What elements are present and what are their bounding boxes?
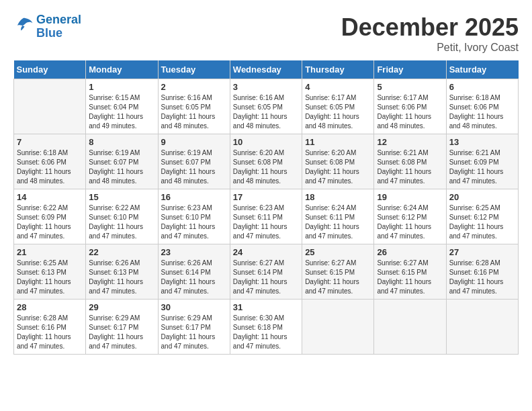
- calendar-cell: 22Sunrise: 6:26 AM Sunset: 6:13 PM Dayli…: [86, 244, 158, 300]
- day-number: 11: [305, 137, 371, 147]
- column-header-sunday: Sunday: [14, 60, 86, 79]
- day-number: 18: [305, 192, 371, 202]
- calendar-cell: 15Sunrise: 6:22 AM Sunset: 6:10 PM Dayli…: [86, 189, 158, 244]
- calendar-cell: [374, 300, 446, 355]
- column-header-friday: Friday: [374, 60, 446, 79]
- day-info: Sunrise: 6:18 AM Sunset: 6:06 PM Dayligh…: [449, 93, 515, 131]
- day-info: Sunrise: 6:20 AM Sunset: 6:08 PM Dayligh…: [233, 148, 299, 186]
- calendar-cell: 29Sunrise: 6:29 AM Sunset: 6:17 PM Dayli…: [86, 300, 158, 355]
- day-number: 5: [377, 82, 443, 92]
- day-info: Sunrise: 6:22 AM Sunset: 6:10 PM Dayligh…: [89, 203, 154, 241]
- day-info: Sunrise: 6:16 AM Sunset: 6:05 PM Dayligh…: [233, 93, 299, 131]
- day-info: Sunrise: 6:29 AM Sunset: 6:17 PM Dayligh…: [161, 314, 227, 351]
- calendar-cell: 5Sunrise: 6:17 AM Sunset: 6:06 PM Daylig…: [374, 79, 446, 134]
- calendar-cell: 24Sunrise: 6:27 AM Sunset: 6:14 PM Dayli…: [230, 244, 302, 300]
- week-row-1: 1Sunrise: 6:15 AM Sunset: 6:04 PM Daylig…: [14, 79, 519, 134]
- day-number: 15: [89, 192, 154, 202]
- day-number: 24: [233, 247, 299, 257]
- calendar-cell: 27Sunrise: 6:28 AM Sunset: 6:16 PM Dayli…: [446, 244, 518, 300]
- day-info: Sunrise: 6:22 AM Sunset: 6:09 PM Dayligh…: [17, 203, 83, 241]
- day-number: 30: [161, 302, 227, 312]
- day-info: Sunrise: 6:23 AM Sunset: 6:11 PM Dayligh…: [233, 203, 299, 241]
- week-row-5: 28Sunrise: 6:28 AM Sunset: 6:16 PM Dayli…: [14, 300, 519, 355]
- calendar-cell: 21Sunrise: 6:25 AM Sunset: 6:13 PM Dayli…: [14, 244, 86, 300]
- day-info: Sunrise: 6:21 AM Sunset: 6:08 PM Dayligh…: [377, 148, 443, 186]
- day-number: 14: [17, 192, 83, 202]
- logo-text: General Blue: [36, 13, 81, 40]
- column-header-monday: Monday: [86, 60, 158, 79]
- day-info: Sunrise: 6:25 AM Sunset: 6:12 PM Dayligh…: [449, 203, 515, 241]
- day-number: 2: [161, 82, 227, 92]
- day-info: Sunrise: 6:16 AM Sunset: 6:05 PM Dayligh…: [161, 93, 227, 131]
- calendar-cell: 30Sunrise: 6:29 AM Sunset: 6:17 PM Dayli…: [158, 300, 230, 355]
- day-number: 3: [233, 82, 299, 92]
- calendar-cell: 26Sunrise: 6:27 AM Sunset: 6:15 PM Dayli…: [374, 244, 446, 300]
- day-number: 1: [89, 82, 154, 92]
- week-row-3: 14Sunrise: 6:22 AM Sunset: 6:09 PM Dayli…: [14, 189, 519, 244]
- calendar-cell: 6Sunrise: 6:18 AM Sunset: 6:06 PM Daylig…: [446, 79, 518, 134]
- day-number: 21: [17, 247, 83, 257]
- calendar-cell: 1Sunrise: 6:15 AM Sunset: 6:04 PM Daylig…: [86, 79, 158, 134]
- calendar-cell: 17Sunrise: 6:23 AM Sunset: 6:11 PM Dayli…: [230, 189, 302, 244]
- calendar-cell: 16Sunrise: 6:23 AM Sunset: 6:10 PM Dayli…: [158, 189, 230, 244]
- day-info: Sunrise: 6:19 AM Sunset: 6:07 PM Dayligh…: [89, 148, 154, 186]
- calendar-cell: 14Sunrise: 6:22 AM Sunset: 6:09 PM Dayli…: [14, 189, 86, 244]
- calendar-cell: 28Sunrise: 6:28 AM Sunset: 6:16 PM Dayli…: [14, 300, 86, 355]
- day-number: 20: [449, 192, 515, 202]
- calendar-cell: [446, 300, 518, 355]
- day-info: Sunrise: 6:19 AM Sunset: 6:07 PM Dayligh…: [161, 148, 227, 186]
- day-info: Sunrise: 6:27 AM Sunset: 6:15 PM Dayligh…: [305, 259, 371, 296]
- column-header-wednesday: Wednesday: [230, 60, 302, 79]
- location: Petit, Ivory Coast: [341, 42, 519, 54]
- day-info: Sunrise: 6:24 AM Sunset: 6:12 PM Dayligh…: [377, 203, 443, 241]
- day-number: 10: [233, 137, 299, 147]
- week-row-4: 21Sunrise: 6:25 AM Sunset: 6:13 PM Dayli…: [14, 244, 519, 300]
- column-header-saturday: Saturday: [446, 60, 518, 79]
- calendar-cell: 19Sunrise: 6:24 AM Sunset: 6:12 PM Dayli…: [374, 189, 446, 244]
- header-row: SundayMondayTuesdayWednesdayThursdayFrid…: [14, 60, 519, 79]
- month-title: December 2025: [341, 13, 519, 42]
- day-number: 6: [449, 82, 515, 92]
- logo-icon: [13, 15, 34, 36]
- day-info: Sunrise: 6:23 AM Sunset: 6:10 PM Dayligh…: [161, 203, 227, 241]
- day-info: Sunrise: 6:25 AM Sunset: 6:13 PM Dayligh…: [17, 259, 83, 296]
- calendar-cell: 2Sunrise: 6:16 AM Sunset: 6:05 PM Daylig…: [158, 79, 230, 134]
- day-number: 7: [17, 137, 83, 147]
- title-area: December 2025 Petit, Ivory Coast: [341, 13, 519, 54]
- day-number: 8: [89, 137, 154, 147]
- calendar-cell: 7Sunrise: 6:18 AM Sunset: 6:06 PM Daylig…: [14, 134, 86, 189]
- calendar-cell: 20Sunrise: 6:25 AM Sunset: 6:12 PM Dayli…: [446, 189, 518, 244]
- day-number: 27: [449, 247, 515, 257]
- calendar-cell: 10Sunrise: 6:20 AM Sunset: 6:08 PM Dayli…: [230, 134, 302, 189]
- page-header: General Blue December 2025 Petit, Ivory …: [13, 13, 519, 54]
- day-number: 12: [377, 137, 443, 147]
- day-info: Sunrise: 6:26 AM Sunset: 6:13 PM Dayligh…: [89, 259, 154, 296]
- day-number: 26: [377, 247, 443, 257]
- day-info: Sunrise: 6:21 AM Sunset: 6:09 PM Dayligh…: [449, 148, 515, 186]
- day-number: 13: [449, 137, 515, 147]
- calendar-cell: 13Sunrise: 6:21 AM Sunset: 6:09 PM Dayli…: [446, 134, 518, 189]
- calendar-cell: 3Sunrise: 6:16 AM Sunset: 6:05 PM Daylig…: [230, 79, 302, 134]
- calendar-cell: 4Sunrise: 6:17 AM Sunset: 6:05 PM Daylig…: [302, 79, 374, 134]
- day-number: 4: [305, 82, 371, 92]
- column-header-tuesday: Tuesday: [158, 60, 230, 79]
- day-info: Sunrise: 6:27 AM Sunset: 6:14 PM Dayligh…: [233, 259, 299, 296]
- calendar-cell: 25Sunrise: 6:27 AM Sunset: 6:15 PM Dayli…: [302, 244, 374, 300]
- calendar-cell: [302, 300, 374, 355]
- calendar-cell: 12Sunrise: 6:21 AM Sunset: 6:08 PM Dayli…: [374, 134, 446, 189]
- day-info: Sunrise: 6:28 AM Sunset: 6:16 PM Dayligh…: [17, 314, 83, 351]
- day-info: Sunrise: 6:24 AM Sunset: 6:11 PM Dayligh…: [305, 203, 371, 241]
- day-number: 29: [89, 302, 154, 312]
- day-info: Sunrise: 6:18 AM Sunset: 6:06 PM Dayligh…: [17, 148, 83, 186]
- calendar-cell: [14, 79, 86, 134]
- calendar-cell: 18Sunrise: 6:24 AM Sunset: 6:11 PM Dayli…: [302, 189, 374, 244]
- calendar-table: SundayMondayTuesdayWednesdayThursdayFrid…: [13, 60, 519, 355]
- calendar-cell: 23Sunrise: 6:26 AM Sunset: 6:14 PM Dayli…: [158, 244, 230, 300]
- day-info: Sunrise: 6:26 AM Sunset: 6:14 PM Dayligh…: [161, 259, 227, 296]
- day-number: 19: [377, 192, 443, 202]
- calendar-cell: 31Sunrise: 6:30 AM Sunset: 6:18 PM Dayli…: [230, 300, 302, 355]
- day-info: Sunrise: 6:28 AM Sunset: 6:16 PM Dayligh…: [449, 259, 515, 296]
- day-info: Sunrise: 6:30 AM Sunset: 6:18 PM Dayligh…: [233, 314, 299, 351]
- day-number: 25: [305, 247, 371, 257]
- day-number: 23: [161, 247, 227, 257]
